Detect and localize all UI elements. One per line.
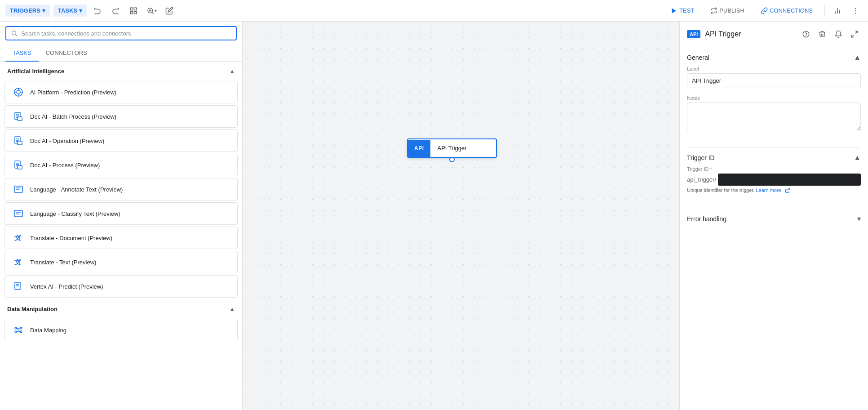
- svg-marker-8: [672, 8, 676, 13]
- data-mapping-icon: [12, 324, 25, 336]
- list-item[interactable]: AI Platform - Prediction (Preview): [4, 81, 238, 103]
- tabs-row: TASKS CONNECTORS: [0, 45, 242, 62]
- doc-ai-op-label: Doc AI - Operation (Preview): [30, 138, 104, 144]
- notes-textarea[interactable]: [687, 102, 861, 131]
- trigger-id-section-header[interactable]: Trigger ID ▲: [680, 147, 868, 166]
- svg-line-59: [787, 189, 790, 192]
- general-section-header[interactable]: General ▲: [680, 47, 868, 66]
- list-item[interactable]: Doc AI - Process (Preview): [4, 154, 238, 176]
- zoom-button[interactable]: ▾: [144, 4, 159, 18]
- connections-button[interactable]: CONNECTIONS: [754, 4, 819, 17]
- undo-button[interactable]: [90, 4, 105, 18]
- general-section-title: General: [687, 54, 709, 61]
- vertex-predict-label: Vertex AI - Predict (Preview): [30, 283, 103, 290]
- data-mapping-label: Data Mapping: [30, 327, 66, 334]
- svg-rect-38: [14, 186, 22, 192]
- translate-text-icon: 文: [12, 256, 25, 268]
- svg-rect-37: [18, 165, 22, 169]
- test-button[interactable]: TEST: [664, 4, 700, 17]
- translate-doc-icon: 文: [12, 232, 25, 244]
- toolbar-divider: [824, 5, 825, 16]
- svg-point-52: [20, 331, 22, 333]
- tasks-button[interactable]: TASKS ▾: [53, 4, 87, 17]
- trigger-id-field-group: Trigger ID * api_trigger/ Unique identif…: [687, 166, 861, 193]
- translate-doc-label: Translate - Document (Preview): [30, 235, 112, 241]
- node-output-connector[interactable]: [449, 157, 455, 162]
- edit-icon: [165, 7, 173, 15]
- more-menu-button[interactable]: [848, 4, 863, 18]
- tab-tasks[interactable]: TASKS: [5, 45, 39, 62]
- publish-button[interactable]: PUBLISH: [704, 4, 751, 17]
- workflow-node[interactable]: API API Trigger: [407, 138, 497, 158]
- list-item[interactable]: Data Mapping: [4, 319, 238, 341]
- search-box: [5, 26, 237, 40]
- help-button[interactable]: [800, 28, 812, 40]
- list-item[interactable]: Doc AI - Operation (Preview): [4, 129, 238, 152]
- translate-text-label: Translate - Text (Preview): [30, 259, 96, 266]
- triggers-label: TRIGGERS: [10, 7, 40, 14]
- doc-ai-batch-icon: [12, 110, 25, 123]
- tasks-chevron-icon: ▾: [79, 7, 82, 14]
- redo-button[interactable]: [108, 4, 123, 18]
- analytics-button[interactable]: [830, 4, 845, 18]
- trigger-id-input[interactable]: [718, 174, 861, 186]
- svg-point-50: [20, 327, 22, 329]
- label-input[interactable]: [687, 73, 861, 88]
- node-icon: API: [408, 140, 430, 157]
- svg-line-16: [16, 35, 17, 36]
- canvas-area[interactable]: API API Trigger: [243, 22, 679, 410]
- list-item[interactable]: Vertex AI - Predict (Preview): [4, 275, 238, 298]
- tasks-label: TASKS: [58, 7, 77, 14]
- publish-icon: [710, 7, 717, 14]
- notify-button[interactable]: [832, 28, 845, 40]
- tab-connectors[interactable]: CONNECTORS: [39, 45, 94, 62]
- svg-rect-2: [130, 11, 133, 13]
- learn-more-link[interactable]: Learn more.: [756, 187, 790, 193]
- panel-scroll: Artificial Intelligence ▲ AI Platform - …: [0, 62, 242, 410]
- error-handling-section-header[interactable]: Error handling ▾: [680, 208, 868, 229]
- connections-icon: [761, 7, 768, 14]
- redo-icon: [111, 7, 120, 15]
- vertex-predict-icon: [12, 280, 25, 293]
- left-panel: TASKS CONNECTORS Artificial Intelligence…: [0, 22, 243, 410]
- svg-point-18: [17, 90, 20, 94]
- delete-button[interactable]: [816, 28, 828, 40]
- lang-classify-label: Language - Classify Text (Preview): [30, 210, 120, 217]
- list-item[interactable]: Doc AI - Batch Process (Preview): [4, 105, 238, 128]
- toolbar-right: TEST PUBLISH CONNECTIONS: [664, 4, 863, 18]
- list-item[interactable]: Language - Classify Text (Preview): [4, 202, 238, 225]
- triggers-button[interactable]: TRIGGERS ▾: [5, 4, 50, 17]
- svg-line-5: [152, 12, 153, 13]
- right-panel-actions: [800, 28, 861, 40]
- node-label: API Trigger: [430, 139, 474, 157]
- more-menu-icon: [851, 7, 859, 15]
- test-label: TEST: [679, 7, 694, 14]
- delete-icon: [818, 30, 826, 38]
- expand-button[interactable]: [848, 28, 861, 40]
- trigger-id-row: api_trigger/: [687, 174, 861, 186]
- svg-rect-3: [134, 11, 137, 13]
- category-ai[interactable]: Artificial Intelligence ▲: [0, 62, 242, 79]
- trigger-prefix: api_trigger/: [687, 176, 716, 183]
- svg-rect-1: [134, 8, 137, 10]
- category-data[interactable]: Data Manipulation ▲: [0, 299, 242, 317]
- list-item[interactable]: 文 Translate - Document (Preview): [4, 227, 238, 249]
- edit-button[interactable]: [162, 4, 177, 18]
- lang-annotate-label: Language - Annotate Text (Preview): [30, 186, 123, 193]
- api-badge: API: [687, 30, 700, 38]
- list-item[interactable]: Language - Annotate Text (Preview): [4, 178, 238, 201]
- notes-field-label: Notes: [687, 95, 861, 101]
- bell-icon: [834, 30, 842, 38]
- general-chevron-icon: ▲: [854, 53, 861, 62]
- search-input[interactable]: [21, 30, 231, 37]
- trigger-id-field-label: Trigger ID *: [687, 166, 861, 172]
- toolbar: TRIGGERS ▾ TASKS ▾ ▾ TEST PUBLISH CONNEC…: [0, 0, 868, 22]
- category-ai-chevron-icon: ▲: [229, 68, 235, 75]
- trigger-id-helper: Unique identifier for the trigger. Learn…: [687, 187, 861, 193]
- doc-ai-proc-icon: [12, 159, 25, 171]
- svg-point-15: [12, 31, 16, 35]
- layout-button[interactable]: [126, 4, 141, 18]
- list-item[interactable]: 文 Translate - Text (Preview): [4, 251, 238, 273]
- zoom-icon: [146, 7, 155, 15]
- trigger-id-section-content: Trigger ID * api_trigger/ Unique identif…: [680, 166, 868, 208]
